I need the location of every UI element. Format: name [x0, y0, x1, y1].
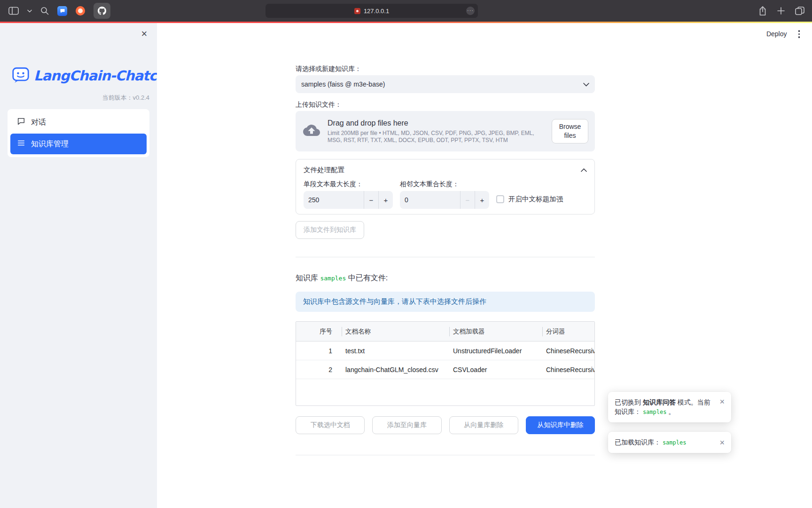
- sidebar-item-knowledge-base[interactable]: 知识库管理: [10, 134, 147, 154]
- column-header[interactable]: 文档加载器: [449, 322, 542, 341]
- add-to-vector-store-button[interactable]: 添加至向量库: [372, 416, 441, 434]
- pinned-tab-chat-icon[interactable]: [57, 6, 67, 16]
- kb-select-label: 请选择或新建知识库：: [296, 65, 595, 73]
- checkbox-label: 开启中文标题加强: [508, 195, 563, 204]
- knowledge-base-icon: [17, 139, 25, 149]
- expander-header[interactable]: 文件处理配置: [296, 159, 594, 180]
- plus-stepper[interactable]: +: [475, 191, 489, 209]
- table-cell[interactable]: ChineseRecursiveT: [542, 360, 594, 379]
- table-cell[interactable]: UnstructuredFileLoader: [449, 341, 542, 360]
- action-buttons: 下载选中文档 添加至向量库 从向量库删除 从知识库中删除: [296, 416, 595, 434]
- files-heading-prefix: 知识库: [296, 274, 320, 282]
- dropzone-text: Drag and drop files here Limit 200MB per…: [328, 119, 544, 144]
- max-length-label: 单段文本最大长度：: [304, 180, 393, 189]
- search-icon[interactable]: [40, 7, 49, 15]
- kb-selected-value: samples (faiss @ m3e-base): [301, 80, 583, 88]
- sidebar: × LangChain-Chatchat 当前版本：v0.2.4 对话: [0, 23, 157, 508]
- table-empty-area: [296, 379, 594, 405]
- sidebar-item-label: 对话: [31, 118, 46, 127]
- info-banner: 知识库中包含源文件与向量库，请从下表中选择文件后操作: [296, 292, 595, 312]
- app-logo: LangChain-Chatchat: [12, 66, 180, 86]
- plus-stepper[interactable]: +: [378, 191, 393, 209]
- max-length-input[interactable]: 250 − +: [304, 191, 393, 209]
- divider: [296, 455, 595, 455]
- overlap-label: 相邻文本重合长度：: [400, 180, 489, 189]
- download-selected-button[interactable]: 下载选中文档: [296, 416, 365, 434]
- table-cell[interactable]: 2: [296, 360, 342, 379]
- column-header[interactable]: 分词器: [542, 322, 594, 341]
- chevron-up-icon: [581, 166, 587, 174]
- file-dropzone[interactable]: Drag and drop files here Limit 200MB per…: [296, 111, 595, 151]
- max-length-field: 单段文本最大长度： 250 − +: [304, 180, 393, 209]
- chevron-down-icon[interactable]: [27, 9, 32, 13]
- dropzone-limit: Limit 200MB per file • HTML, MD, JSON, C…: [328, 130, 544, 144]
- table-cell[interactable]: test.txt: [342, 341, 449, 360]
- new-tab-icon[interactable]: [777, 7, 785, 15]
- kb-name-code: samples: [663, 439, 687, 446]
- screen: 127.0.0.1 ··· ×: [0, 0, 812, 508]
- toast-kb-loaded: 已加载知识库： samples ×: [608, 432, 731, 453]
- file-config-expander: 文件处理配置 单段文本最大长度： 250 − +: [296, 159, 595, 214]
- overlap-input[interactable]: 0 − +: [400, 191, 489, 209]
- kb-name-code: samples: [320, 275, 346, 282]
- overlap-field: 相邻文本重合长度： 0 − +: [400, 180, 489, 209]
- main-content: 请选择或新建知识库： samples (faiss @ m3e-base) 上传…: [296, 65, 595, 455]
- table-cell[interactable]: 1: [296, 341, 342, 360]
- tab-overview-icon[interactable]: [795, 7, 804, 15]
- column-header[interactable]: 序号: [296, 322, 342, 341]
- github-icon[interactable]: [94, 3, 110, 19]
- upload-label: 上传知识文件：: [296, 101, 595, 109]
- table-cell[interactable]: CSVLoader: [449, 360, 542, 379]
- column-header[interactable]: 文档名称: [342, 322, 449, 341]
- sidebar-item-label: 知识库管理: [31, 139, 69, 149]
- chevron-down-icon: [583, 80, 589, 88]
- kb-name-code: samples: [643, 409, 667, 415]
- files-table: 序号 文档名称 文档加载器 分词器 1 test.txt Unstructure…: [296, 321, 595, 406]
- divider: [296, 257, 595, 257]
- sidebar-menu: 对话 知识库管理: [8, 109, 149, 157]
- share-icon[interactable]: [758, 6, 767, 16]
- add-files-button[interactable]: 添加文件到知识库: [296, 221, 364, 239]
- chat-bubble-icon: [17, 117, 25, 127]
- streamlit-header: Deploy: [766, 28, 804, 40]
- delete-from-kb-button[interactable]: 从知识库中删除: [526, 416, 595, 434]
- minus-stepper[interactable]: −: [460, 191, 475, 209]
- close-icon[interactable]: ×: [718, 438, 726, 447]
- delete-from-vector-store-button[interactable]: 从向量库删除: [449, 416, 518, 434]
- toast-text: 已加载知识库： samples: [615, 437, 715, 447]
- url-text: 127.0.0.1: [364, 8, 389, 15]
- browse-files-button[interactable]: Browse files: [552, 119, 588, 143]
- max-length-value: 250: [304, 191, 364, 209]
- expander-body: 单段文本最大长度： 250 − + 相邻文本重合长度： 0 − +: [296, 180, 594, 209]
- kb-selectbox[interactable]: samples (faiss @ m3e-base): [296, 75, 595, 93]
- checkbox-box[interactable]: [496, 195, 504, 203]
- page-menu-icon[interactable]: ···: [466, 7, 475, 15]
- cloud-upload-icon: [303, 122, 320, 141]
- kebab-menu-icon[interactable]: [795, 28, 804, 40]
- toast-stack: 已切换到 知识库问答 模式。当前知识库： samples 。 × 已加载知识库：…: [608, 392, 731, 453]
- overlap-value: 0: [400, 191, 460, 209]
- address-bar[interactable]: 127.0.0.1 ···: [265, 4, 478, 18]
- deploy-button[interactable]: Deploy: [766, 30, 787, 38]
- site-favicon: [354, 8, 360, 14]
- dropzone-title: Drag and drop files here: [328, 119, 544, 127]
- title-enhance-checkbox[interactable]: 开启中文标题加强: [496, 195, 563, 204]
- pinned-tab-ring-icon[interactable]: [76, 6, 85, 16]
- sidebar-item-chat[interactable]: 对话: [10, 112, 147, 133]
- version-text: 当前版本：v0.2.4: [102, 94, 149, 102]
- sidebar-toggle-icon[interactable]: [8, 7, 19, 15]
- browser-toolbar: 127.0.0.1 ···: [0, 0, 812, 22]
- toast-mode-switched: 已切换到 知识库问答 模式。当前知识库： samples 。 ×: [608, 392, 731, 422]
- files-heading: 知识库 samples 中已有文件:: [296, 273, 595, 284]
- sidebar-close-icon[interactable]: ×: [138, 28, 150, 40]
- minus-stepper[interactable]: −: [364, 191, 378, 209]
- expander-title: 文件处理配置: [304, 166, 581, 175]
- logo-chat-icon: [12, 66, 30, 86]
- toast-text: 已切换到 知识库问答 模式。当前知识库： samples 。: [615, 397, 715, 417]
- table-cell[interactable]: langchain-ChatGLM_closed.csv: [342, 360, 449, 379]
- files-heading-suffix: 中已有文件:: [346, 274, 388, 282]
- close-icon[interactable]: ×: [718, 397, 726, 406]
- table-cell[interactable]: ChineseRecursiveT: [542, 341, 594, 360]
